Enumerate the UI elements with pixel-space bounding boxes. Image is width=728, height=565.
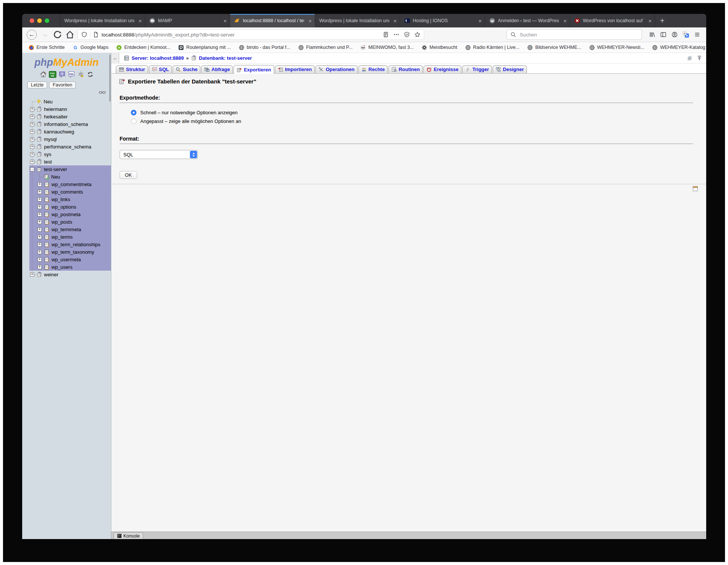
tree-expander-icon[interactable]: + — [38, 250, 42, 254]
menu-icon[interactable] — [694, 32, 700, 38]
tree-expander-icon[interactable]: + — [30, 145, 34, 149]
library-icon[interactable] — [649, 32, 655, 38]
reload-button[interactable] — [53, 30, 62, 39]
bookmark-item[interactable]: Radio Kärnten | Live... — [465, 45, 519, 50]
browser-tab[interactable]: Hosting | IONOS× — [400, 14, 485, 27]
tree-item-performance-schema[interactable]: +performance_schema — [22, 143, 111, 150]
home-button[interactable] — [65, 30, 75, 39]
tree-expander-icon[interactable]: - — [30, 167, 34, 171]
bookmark-item[interactable]: Meistbesucht — [422, 45, 457, 50]
pma-tab-struktur[interactable]: Struktur — [116, 65, 148, 73]
close-tab-icon[interactable]: × — [307, 18, 312, 24]
tree-expander-icon[interactable]: + — [30, 122, 34, 126]
bookmark-item[interactable]: Flammkuchen und P... — [298, 45, 352, 50]
new-tab-button[interactable]: + — [655, 14, 669, 27]
tree-item-heiermann[interactable]: +heiermann — [22, 105, 111, 113]
sql-console-icon[interactable]: SQL — [68, 71, 75, 78]
forward-button[interactable]: → — [39, 29, 50, 40]
radio-button[interactable] — [131, 118, 136, 124]
close-window-button[interactable] — [30, 18, 34, 23]
tree-expander-icon[interactable]: + — [38, 212, 42, 217]
tree-expander-icon[interactable]: + — [38, 205, 42, 209]
home-icon[interactable] — [39, 71, 47, 78]
tree-expander-icon[interactable]: + — [30, 273, 34, 277]
zoom-window-button[interactable] — [45, 18, 49, 23]
bookmark-item[interactable]: biroto - das Portal f... — [239, 45, 290, 50]
reader-mode-icon[interactable] — [383, 32, 389, 38]
browser-tab[interactable]: Wordpress | lokale Installation und U× — [315, 14, 400, 27]
scroll-top-icon[interactable] — [696, 55, 702, 61]
browser-tab[interactable]: Wordpress | lokale Installation und U× — [60, 14, 145, 27]
tree-item-wp-comments[interactable]: +wp_comments — [22, 188, 111, 195]
sidebar-scrollbar[interactable] — [109, 55, 111, 101]
tree-item-heikesalter[interactable]: +heikesalter — [22, 113, 111, 120]
tree-item-wp-links[interactable]: +wp_links — [22, 195, 111, 203]
settings-wrench-icon[interactable] — [77, 71, 85, 78]
pma-tab-routinen[interactable]: Routinen — [388, 65, 423, 73]
pma-tab-rechte[interactable]: Rechte — [358, 65, 388, 73]
minimize-window-button[interactable] — [37, 18, 42, 23]
tree-expander-icon[interactable]: + — [38, 242, 42, 247]
tree-item-kannauchweg[interactable]: +kannauchweg — [22, 128, 111, 135]
tree-expander-icon[interactable]: + — [38, 265, 42, 269]
format-select[interactable]: SQL — [120, 150, 198, 159]
tree-expander-icon[interactable]: + — [38, 182, 42, 186]
pma-tab-importieren[interactable]: Importieren — [275, 65, 315, 73]
page-actions-icon[interactable] — [393, 32, 399, 38]
tree-expander-icon[interactable]: + — [30, 137, 34, 141]
tree-expander-icon[interactable]: + — [38, 190, 42, 194]
browser-tab[interactable]: MAMP× — [145, 14, 230, 27]
tree-expander-icon[interactable]: + — [38, 235, 42, 239]
tree-item-information-schema[interactable]: +information_schema — [22, 120, 111, 128]
bookmark-item[interactable]: WEHMEYER-Katalog — [652, 45, 705, 50]
tree-item-test-server[interactable]: -test-server — [22, 165, 111, 173]
pma-tab-abfrage[interactable]: Abfrage — [201, 65, 233, 73]
pma-tab-exportieren[interactable]: Exportieren — [234, 65, 274, 74]
tree-item-wp-postmeta[interactable]: +wp_postmeta — [22, 211, 111, 218]
tree-expander-icon[interactable]: + — [38, 220, 42, 224]
tracking-shield-icon[interactable] — [81, 32, 87, 38]
bookmark-item[interactable]: WEHMEYER-Newsti... — [589, 45, 645, 50]
tree-item-wp-commentmeta[interactable]: +wp_commentmeta — [22, 180, 111, 188]
collapse-sidebar-button[interactable]: ← — [111, 53, 119, 63]
tree-item-wp-posts[interactable]: +wp_posts — [22, 218, 111, 226]
logout-icon[interactable]: Exit — [49, 71, 56, 78]
bookmark-star-icon[interactable] — [414, 32, 420, 38]
search-input[interactable] — [519, 32, 638, 38]
browser-tab[interactable]: WordPress von localhost auf W× — [570, 14, 655, 27]
back-button[interactable]: ← — [27, 30, 37, 40]
tree-item-sys[interactable]: +sys — [22, 150, 111, 158]
tree-item-wp-termmeta[interactable]: +wp_termmeta — [22, 226, 111, 233]
tree-expander-icon[interactable]: + — [30, 152, 34, 156]
console-toggle[interactable]: Konsole — [114, 532, 143, 539]
close-tab-icon[interactable]: × — [222, 18, 227, 24]
pma-tab-designer[interactable]: Designer — [493, 65, 527, 73]
bookmark-item[interactable]: Routenplanung mit ... — [178, 45, 231, 50]
pma-tab-ereignisse[interactable]: Ereignisse — [423, 65, 461, 73]
bookmark-item[interactable]: GGoogle Maps — [73, 45, 108, 50]
settings-sync-icon[interactable] — [687, 55, 693, 61]
translate-icon[interactable]: Aa — [683, 32, 689, 38]
tree-item-mysql[interactable]: +mysql — [22, 135, 111, 143]
browser-tab[interactable]: localhost:8888 / localhost / tes× — [230, 14, 315, 27]
panel-button-letzte[interactable]: Letzte — [27, 82, 47, 88]
bookmark-item[interactable]: MWMEINWOMO, fast 3... — [360, 45, 414, 50]
tree-expander-icon[interactable]: + — [30, 115, 34, 119]
tree-item-neu[interactable]: Neu — [22, 173, 111, 180]
address-bar[interactable]: localhost:8888/phpMyAdmin/db_export.php?… — [77, 29, 424, 40]
shield-check-icon[interactable] — [404, 32, 410, 38]
close-tab-icon[interactable]: × — [137, 18, 142, 24]
sidebar-toggle-icon[interactable] — [660, 32, 666, 38]
breadcrumb-server-link[interactable]: Server: localhost:8889 — [132, 55, 184, 61]
pma-tab-suche[interactable]: Suche — [173, 65, 200, 73]
tree-item-wp-terms[interactable]: +wp_terms — [22, 233, 111, 241]
close-tab-icon[interactable]: × — [392, 18, 397, 24]
bookmark-item[interactable]: Erste Schritte — [29, 45, 65, 50]
tree-item-wp-options[interactable]: +wp_options — [22, 203, 111, 211]
tree-expander-icon[interactable]: + — [38, 197, 42, 201]
tree-item-wp-usermeta[interactable]: +wp_usermeta — [22, 256, 111, 263]
pma-tab-operationen[interactable]: Operationen — [315, 65, 358, 73]
tree-expander-icon[interactable]: + — [30, 160, 34, 164]
close-tab-icon[interactable]: × — [647, 18, 652, 24]
pma-tab-sql[interactable]: SQLSQL — [149, 65, 172, 73]
